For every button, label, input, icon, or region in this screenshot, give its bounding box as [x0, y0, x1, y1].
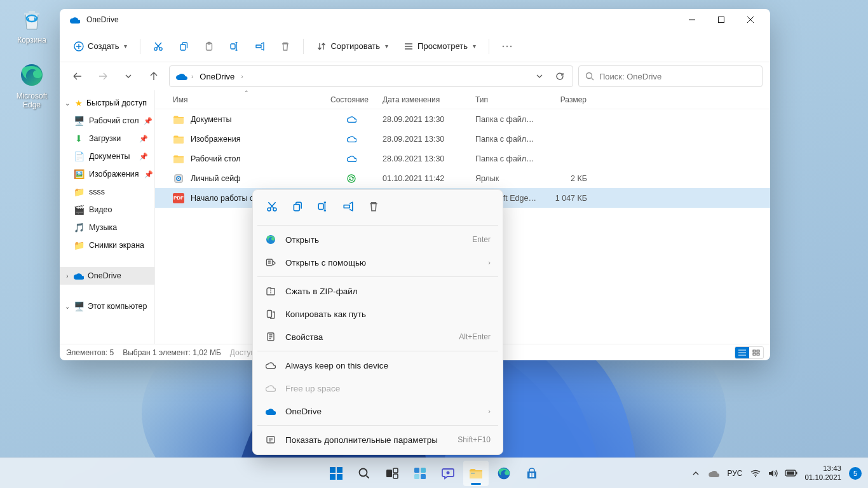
taskbar-taskview[interactable]	[379, 461, 405, 486]
taskbar-search[interactable]	[351, 461, 377, 486]
recycle-bin-icon	[18, 5, 46, 33]
ctx-show-more[interactable]: Показать дополнительные параметры Shift+…	[256, 428, 499, 451]
tray-chevron[interactable]	[688, 461, 704, 486]
tray-notifications-badge[interactable]: 5	[849, 467, 862, 480]
sidebar-item[interactable]: 🎵Музыка	[60, 219, 154, 236]
edge-icon	[18, 61, 46, 89]
ctx-properties[interactable]: Свойства Alt+Enter	[256, 325, 499, 348]
star-icon: ★	[75, 98, 83, 108]
ctx-cut-button[interactable]	[260, 196, 284, 217]
taskbar-chat[interactable]	[435, 461, 461, 486]
rename-button[interactable]	[223, 35, 246, 58]
refresh-button[interactable]	[551, 67, 569, 85]
tray-wifi[interactable]	[747, 461, 764, 486]
icons-view-button[interactable]	[749, 347, 763, 358]
ctx-onedrive[interactable]: OneDrive ›	[256, 400, 499, 423]
ctx-share-button[interactable]	[336, 196, 360, 217]
desktop-icon-recycle-bin[interactable]: Корзина	[8, 5, 56, 44]
file-date: 01.10.2021 11:42	[377, 174, 470, 183]
recent-button[interactable]	[118, 66, 139, 86]
paste-button[interactable]	[198, 35, 220, 58]
taskbar-explorer[interactable]	[463, 461, 489, 486]
file-size: 2 КБ	[543, 174, 592, 183]
start-button[interactable]	[323, 461, 349, 486]
ctx-open-with[interactable]: Открыть с помощью ›	[256, 251, 499, 274]
tray-clock[interactable]: 13:43 01.10.2021	[801, 464, 845, 482]
svg-point-12	[510, 45, 512, 47]
tray-language[interactable]: РУС	[723, 469, 746, 478]
details-view-button[interactable]	[735, 347, 749, 358]
address-bar[interactable]: › OneDrive ›	[169, 65, 573, 87]
search-box[interactable]	[578, 65, 763, 87]
sidebar-onedrive[interactable]: › OneDrive	[60, 267, 154, 285]
svg-rect-24	[294, 205, 299, 211]
pin-icon: 📌	[139, 152, 151, 161]
cut-button[interactable]	[147, 35, 170, 58]
ctx-copy-button[interactable]	[285, 196, 309, 217]
sidebar-item[interactable]: 🖼️Изображения📌	[60, 165, 154, 183]
more-button[interactable]	[496, 35, 519, 58]
folder-icon	[173, 114, 184, 125]
column-type[interactable]: Тип	[470, 90, 543, 109]
desktop-icon-edge[interactable]: Microsoft Edge	[8, 61, 56, 109]
sort-button[interactable]: Сортировать▾	[310, 35, 395, 58]
ctx-copy-path[interactable]: Копировать как путь	[256, 302, 499, 325]
file-row[interactable]: Документы28.09.2021 13:30Папка с файлами	[155, 109, 770, 129]
create-button[interactable]: Создать▾	[67, 35, 133, 58]
search-input[interactable]	[599, 72, 756, 81]
sidebar-quick-access[interactable]: ⌄ ★ Быстрый доступ	[60, 94, 154, 112]
file-row[interactable]: Изображения28.09.2021 13:30Папка с файла…	[155, 129, 770, 149]
delete-button[interactable]	[274, 35, 297, 58]
file-row[interactable]: Рабочий стол28.09.2021 13:30Папка с файл…	[155, 149, 770, 168]
view-icon	[403, 41, 414, 51]
sidebar-item-label: ssss	[89, 187, 105, 196]
file-row[interactable]: Личный сейф01.10.2021 11:42Ярлык2 КБ	[155, 168, 770, 188]
forward-button[interactable]	[93, 66, 113, 86]
taskbar-edge[interactable]	[491, 461, 517, 486]
ctx-always-keep[interactable]: Always keep on this device	[256, 354, 499, 377]
svg-rect-36	[386, 470, 392, 477]
minimize-button[interactable]	[677, 9, 707, 30]
tray-volume[interactable]	[765, 461, 782, 486]
sidebar-this-pc[interactable]: ⌄ 🖥️ Этот компьютер	[60, 297, 154, 315]
svg-rect-20	[753, 353, 756, 355]
svg-rect-39	[414, 468, 419, 473]
share-button[interactable]	[248, 35, 271, 58]
column-name[interactable]: ⌃Имя	[168, 90, 325, 109]
taskbar-widgets[interactable]	[407, 461, 433, 486]
ctx-delete-button[interactable]	[362, 196, 386, 217]
view-button[interactable]: Просмотреть▾	[397, 35, 482, 58]
copy-button[interactable]	[172, 35, 195, 58]
svg-rect-19	[757, 350, 759, 352]
close-button[interactable]	[736, 9, 765, 30]
pin-icon: 📌	[144, 117, 154, 125]
folder-icon: 🎵	[74, 222, 84, 233]
ctx-open[interactable]: Открыть Enter	[256, 228, 499, 251]
folder-icon	[173, 153, 184, 165]
maximize-button[interactable]	[707, 9, 736, 30]
ctx-compress[interactable]: Сжать в ZIP-файл	[256, 280, 499, 302]
sidebar-item[interactable]: 📁Снимки экрана	[60, 236, 154, 254]
vault-icon	[173, 173, 184, 184]
sidebar-item[interactable]: 🎬Видео	[60, 201, 154, 219]
tray-onedrive[interactable]	[705, 461, 722, 486]
sidebar-item-label: Документы	[89, 152, 130, 161]
address-dropdown[interactable]	[531, 67, 548, 85]
window-title: OneDrive	[86, 15, 677, 24]
column-date[interactable]: Дата изменения	[377, 90, 470, 109]
titlebar[interactable]: OneDrive	[60, 9, 770, 30]
sidebar-item[interactable]: ⬇Загрузки📌	[60, 130, 154, 147]
tray-battery[interactable]	[783, 461, 799, 486]
sidebar-item[interactable]: 🖥️Рабочий стол📌	[60, 112, 154, 130]
ctx-rename-button[interactable]	[311, 196, 335, 217]
svg-rect-25	[318, 204, 323, 210]
sidebar-item[interactable]: 📁ssss	[60, 183, 154, 201]
back-button[interactable]	[67, 66, 88, 86]
sidebar-item[interactable]: 📄Документы📌	[60, 147, 154, 165]
up-button[interactable]	[144, 66, 164, 86]
column-state[interactable]: Состояние	[325, 90, 377, 109]
breadcrumb-item[interactable]: OneDrive	[197, 69, 237, 84]
column-size[interactable]: Размер	[543, 90, 592, 109]
chevron-down-icon: ⌄	[64, 100, 71, 107]
taskbar-store[interactable]	[519, 461, 545, 486]
